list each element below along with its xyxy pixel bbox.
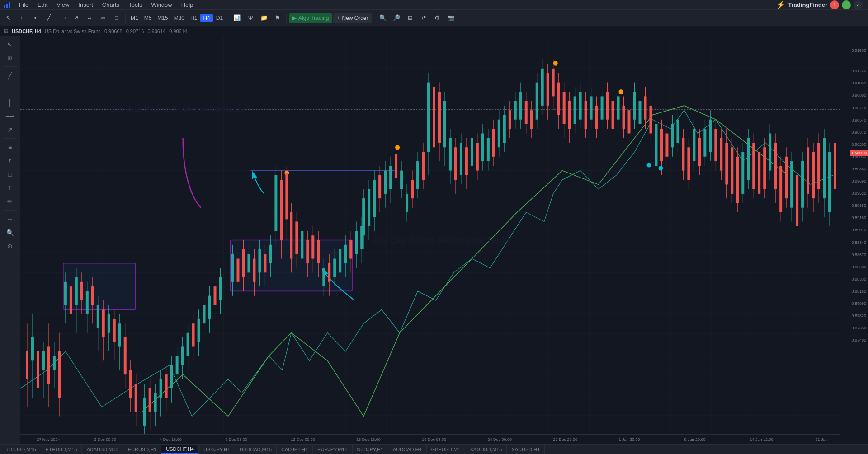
- menu-tools[interactable]: Tools: [124, 0, 146, 9]
- toolbar-separator-4: [374, 14, 374, 23]
- lt-measure[interactable]: ↔: [3, 213, 17, 225]
- lt-magnet[interactable]: ⊙: [3, 240, 17, 253]
- svg-rect-138: [264, 254, 266, 272]
- algo-icon: ▶: [292, 15, 297, 21]
- shape-tool[interactable]: □: [110, 12, 123, 24]
- time-label-11: 9 Jan 20:00: [684, 437, 706, 442]
- grid-button[interactable]: ⊞: [404, 12, 416, 24]
- chart-svg: [20, 36, 840, 444]
- lt-ray[interactable]: ⟶: [3, 110, 17, 122]
- notification-badge[interactable]: 1: [830, 0, 839, 9]
- lt-arrow[interactable]: ↗: [3, 123, 17, 136]
- svg-rect-104: [165, 374, 168, 398]
- svg-rect-110: [181, 347, 184, 365]
- brush-tool[interactable]: ✏: [97, 12, 109, 24]
- menu-edit[interactable]: Edit: [33, 0, 52, 9]
- svg-rect-192: [406, 194, 408, 212]
- line-tool[interactable]: ╱: [42, 12, 55, 24]
- cursor-tool[interactable]: ↖: [2, 12, 14, 24]
- svg-rect-340: [807, 147, 809, 194]
- toolbar-separator-3: [286, 14, 287, 23]
- snapshot-button[interactable]: 📷: [444, 12, 457, 24]
- svg-rect-260: [590, 96, 593, 119]
- svg-rect-206: [443, 101, 446, 148]
- tab-eurjpy[interactable]: EURJPY,M15: [313, 445, 352, 454]
- price-90540: 0.90540: [851, 118, 866, 122]
- menu-window[interactable]: Window: [146, 0, 176, 9]
- lt-line[interactable]: ╱: [3, 69, 17, 82]
- price-88670: 0.88670: [851, 253, 866, 257]
- chart-area[interactable]: Zig-Zag Swing Seviyesi Kırılması Zig-Zag…: [20, 36, 840, 444]
- ray-tool[interactable]: ⟶: [56, 12, 69, 24]
- lt-brush[interactable]: ✏: [3, 195, 17, 208]
- tf-m30[interactable]: M30: [171, 14, 187, 22]
- tab-btcusd[interactable]: BTCUSD,M15: [0, 445, 41, 454]
- bottom-tabs: BTCUSD,M15 ETHUSD,M15 ADAUSD,M30 EURUSD,…: [0, 444, 868, 454]
- lt-channel[interactable]: ≡: [3, 141, 17, 154]
- expand-icon[interactable]: ⤢: [854, 0, 863, 9]
- chart-type-button[interactable]: 📊: [231, 12, 243, 24]
- tab-usdcad[interactable]: USDCAD,M15: [235, 445, 277, 454]
- toolbar: ↖ + • ╱ ⟶ ↗ ↔ ✏ □ M1 M5 M15 M30 H1 H4 D1…: [0, 10, 868, 26]
- dot-tool[interactable]: •: [29, 12, 42, 24]
- lt-hline[interactable]: ─: [3, 83, 17, 95]
- tab-cadjpy[interactable]: CADJPY,H1: [277, 445, 313, 454]
- indicators-button[interactable]: Ψ: [244, 12, 257, 24]
- lt-vline[interactable]: │: [3, 96, 17, 109]
- lt-shapes[interactable]: □: [3, 168, 17, 181]
- zoom-in-button[interactable]: 🔍: [377, 12, 389, 24]
- arrow-tool[interactable]: ↗: [70, 12, 82, 24]
- alert-button[interactable]: ⚑: [271, 12, 284, 24]
- tab-xauusd[interactable]: XAUUSD,H1: [507, 445, 545, 454]
- tab-usdjpy[interactable]: USDJPY,H1: [199, 445, 235, 454]
- svg-rect-84: [108, 314, 110, 333]
- lt-fib[interactable]: ƒ: [3, 154, 17, 167]
- status-indicator: [842, 0, 851, 9]
- svg-rect-236: [525, 101, 528, 124]
- crosshair-tool[interactable]: +: [15, 12, 28, 24]
- menu-insert[interactable]: Insert: [74, 0, 98, 9]
- svg-rect-130: [242, 249, 245, 277]
- tab-usdchf[interactable]: USDCHF,H4: [161, 445, 199, 454]
- new-order-button[interactable]: + New Order: [333, 13, 372, 23]
- tf-h1[interactable]: H1: [188, 14, 200, 22]
- algo-trading-button[interactable]: ▶ Algo Trading: [289, 13, 332, 23]
- tf-m15[interactable]: M15: [155, 14, 170, 22]
- svg-rect-140: [269, 245, 272, 263]
- replay-button[interactable]: ↺: [417, 12, 430, 24]
- tab-eurusd[interactable]: EURUSD,H1: [123, 445, 162, 454]
- tab-gbpusd[interactable]: GBPUSD,M1: [427, 445, 466, 454]
- lt-text[interactable]: T: [3, 182, 17, 194]
- menu-charts[interactable]: Charts: [98, 0, 124, 9]
- zoom-out-button[interactable]: 🔎: [390, 12, 403, 24]
- settings-button2[interactable]: ⚙: [431, 12, 443, 24]
- svg-rect-232: [514, 101, 517, 120]
- templates-button[interactable]: 📁: [258, 12, 270, 24]
- svg-rect-202: [433, 87, 435, 147]
- menu-help[interactable]: Help: [177, 0, 198, 9]
- tf-d1[interactable]: D1: [213, 14, 226, 22]
- menu-view[interactable]: View: [52, 0, 74, 9]
- tab-adausd[interactable]: ADAUSD,M30: [82, 445, 123, 454]
- svg-rect-176: [362, 198, 365, 235]
- price-87820: 0.87820: [851, 314, 866, 318]
- svg-rect-188: [395, 154, 397, 178]
- tf-h4[interactable]: H4: [200, 14, 212, 22]
- svg-rect-180: [373, 180, 376, 217]
- tab-audcad[interactable]: AUDCAD,H4: [388, 445, 427, 454]
- svg-rect-112: [187, 333, 189, 356]
- lt-zoom[interactable]: 🔍: [3, 226, 17, 239]
- tf-m5[interactable]: M5: [142, 14, 155, 22]
- tab-ethusd[interactable]: ETHUSD,M15: [41, 445, 82, 454]
- svg-rect-274: [628, 110, 631, 133]
- tab-xagusd[interactable]: XAGUSD,M15: [465, 445, 507, 454]
- lt-crosshair[interactable]: ⊕: [3, 51, 17, 64]
- lt-cursor[interactable]: ↖: [3, 38, 17, 51]
- svg-rect-0: [4, 5, 5, 8]
- tab-nzdjpy[interactable]: NZDJPY,H1: [353, 445, 388, 454]
- tf-m1[interactable]: M1: [128, 14, 141, 22]
- measure-tool[interactable]: ↔: [83, 12, 96, 24]
- menu-file[interactable]: File: [14, 0, 33, 9]
- svg-rect-250: [563, 92, 566, 124]
- time-label-3: 4 Dec 16:00: [160, 437, 182, 442]
